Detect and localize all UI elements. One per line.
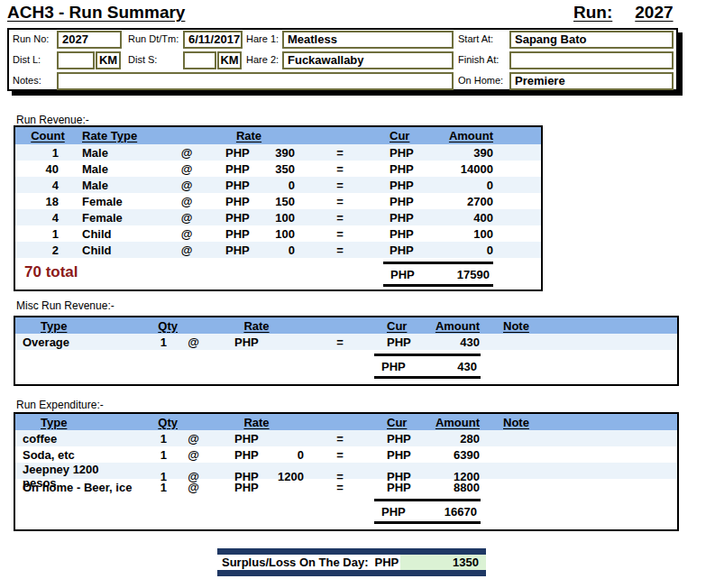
total-amount: 16670 [406, 505, 481, 519]
col-header-type: Type [15, 319, 133, 333]
expenditure-row: Soda, etc 1 @ PHP 0 = PHP 6390 [15, 446, 677, 463]
col-header-cur: Cur [376, 319, 426, 333]
col-header-amount: Amount [426, 416, 480, 429]
on-home-field[interactable]: Premiere [509, 72, 674, 90]
col-header-qty: Qty [133, 416, 178, 429]
cell-qty: 1 [133, 448, 178, 462]
cell-equals: = [304, 335, 376, 349]
expenditure-header-row: Type Qty Rate Cur Amount Note [15, 414, 677, 430]
cell-at-sign: @ [178, 432, 209, 446]
cell-currency: PHP [385, 227, 435, 241]
misc-revenue-header-row: Type Qty Rate Cur Amount Note [15, 317, 677, 334]
col-header-rate: Rate [203, 129, 295, 142]
surplus-bar: Surplus/Loss On The Day: PHP 1350 [217, 548, 486, 576]
expenditure-section-label: Run Expenditure:- [16, 399, 104, 411]
run-label: Run: [573, 3, 612, 23]
cell-count: 1 [15, 227, 80, 241]
total-currency: PHP [383, 268, 415, 281]
run-revenue-row: 4 Male @ PHP 0 = PHP 0 [15, 177, 541, 193]
surplus-amount-cell: 1350 [400, 555, 486, 570]
col-header-rate-type: Rate Type [80, 129, 170, 142]
cell-rate-type: Child [80, 243, 170, 257]
cell-at-sign: @ [178, 448, 209, 462]
finish-at-field[interactable] [509, 51, 674, 69]
cell-rate-type: Male [80, 179, 170, 192]
cell-type: Soda, etc [15, 448, 133, 462]
on-home-label: On Home: [458, 72, 503, 89]
cell-equals: = [295, 195, 385, 208]
cell-currency: PHP [376, 432, 426, 446]
cell-amount: 400 [435, 211, 493, 225]
col-header-note: Note [480, 319, 677, 333]
cell-currency: PHP [385, 195, 435, 208]
col-header-note: Note [480, 416, 677, 429]
cell-currency: PHP [376, 481, 426, 494]
expenditure-row: On home - Beer, ice 1 @ PHP = PHP 8800 [15, 479, 677, 495]
cell-rate: 150 [246, 195, 295, 208]
cell-currency: PHP [203, 179, 246, 192]
run-no-field[interactable]: 2027 [57, 31, 122, 49]
run-revenue-total: PHP 17590 [383, 262, 493, 287]
cell-count: 2 [15, 243, 80, 257]
cell-amount: 430 [426, 335, 480, 349]
dist-s-label: Dist S: [128, 51, 157, 69]
col-header-count: Count [15, 129, 80, 142]
total-amount: 430 [406, 360, 481, 373]
cell-amount: 100 [435, 227, 493, 241]
cell-rate-type: Female [80, 211, 170, 225]
cell-rate-type: Child [80, 227, 170, 241]
notes-field[interactable] [57, 72, 454, 90]
total-amount: 17590 [415, 268, 493, 281]
col-header-amount: Amount [435, 129, 493, 142]
misc-revenue-total-row: PHP 430 [15, 350, 677, 383]
cell-amount: 2700 [435, 195, 493, 208]
run-revenue-row: 4 Female @ PHP 100 = PHP 400 [15, 209, 541, 225]
cell-amount: 390 [435, 146, 493, 160]
cell-currency: PHP [385, 179, 435, 192]
col-header-type: Type [15, 416, 133, 429]
col-header-rate: Rate [209, 319, 304, 333]
hare1-field[interactable]: Meatless [282, 31, 454, 49]
dist-l-field[interactable] [57, 51, 95, 69]
misc-revenue-total: PHP 430 [374, 354, 481, 379]
cell-currency: PHP [209, 481, 263, 494]
cell-rate-type: Male [80, 162, 170, 176]
hare1-label: Hare 1: [246, 31, 279, 48]
cell-currency: PHP [203, 211, 246, 225]
cell-rate-type: Female [80, 195, 170, 208]
hare2-field[interactable]: Fuckawallaby [282, 51, 454, 69]
cell-at-sign: @ [178, 481, 209, 494]
cell-equals: = [295, 146, 385, 160]
cell-currency: PHP [385, 162, 435, 176]
run-dt-field[interactable]: 6/11/2017 [183, 31, 243, 49]
cell-equals: = [295, 162, 385, 176]
finish-at-label: Finish At: [458, 51, 499, 69]
cell-amount: 6390 [426, 448, 480, 462]
cell-equals: = [295, 211, 385, 225]
cell-currency: PHP [376, 448, 426, 462]
cell-rate: 100 [246, 211, 295, 225]
cell-currency: PHP [203, 243, 246, 257]
cell-currency: PHP [209, 335, 263, 349]
page-title: ACH3 - Run Summary [7, 3, 185, 23]
cell-at-sign: @ [170, 146, 203, 160]
cell-amount: 0 [435, 243, 493, 257]
col-header-cur: Cur [385, 129, 435, 142]
cell-currency: PHP [385, 243, 435, 257]
cell-currency: PHP [209, 448, 263, 462]
dist-l-label: Dist L: [13, 51, 41, 69]
dist-s-field[interactable] [183, 51, 216, 69]
cell-at-sign: @ [170, 227, 203, 241]
dist-s-unit: KM [217, 51, 242, 69]
misc-revenue-section-label: Misc Run Revenue:- [16, 299, 115, 312]
start-at-field[interactable]: Sapang Bato [509, 31, 674, 49]
expenditure-row: Jeepney 1200 pesos 1 @ PHP 1200 = PHP 12… [15, 463, 677, 479]
cell-currency: PHP [203, 162, 246, 176]
hare2-label: Hare 2: [246, 51, 279, 69]
cell-rate: 390 [246, 146, 295, 160]
cell-equals: = [304, 481, 376, 494]
run-revenue-row: 1 Child @ PHP 100 = PHP 100 [15, 225, 541, 242]
cell-type: coffee [15, 432, 133, 446]
cell-currency: PHP [385, 146, 435, 160]
cell-qty: 1 [133, 335, 178, 349]
